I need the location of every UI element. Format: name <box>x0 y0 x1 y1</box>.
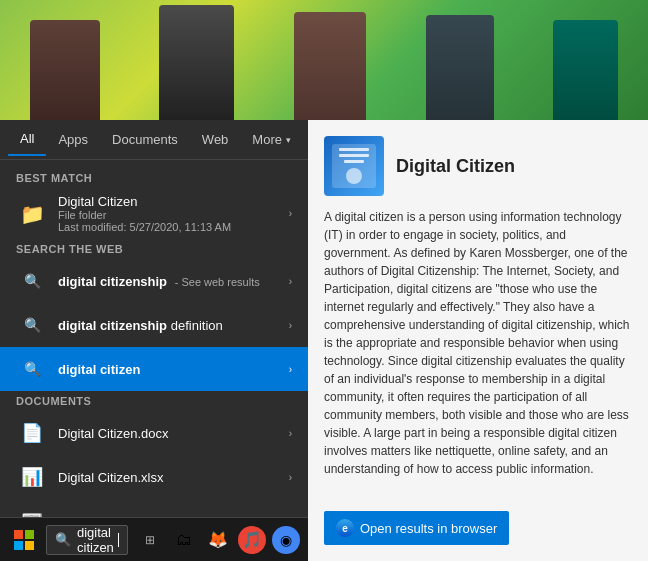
taskbar-icon-chrome[interactable]: ◉ <box>272 526 300 554</box>
tab-documents[interactable]: Documents <box>100 124 190 155</box>
web-result-3[interactable]: 🔍 digital citizen › <box>0 347 308 391</box>
arrow-icon-best: › <box>289 208 292 219</box>
panel-title: Digital Citizen <box>396 156 515 177</box>
best-match-title: Digital Citizen <box>58 194 285 209</box>
arrow-icon-doc1: › <box>289 428 292 439</box>
doc-result-3-title: Digital Citizen.pub <box>58 514 285 518</box>
arrow-icon-doc2: › <box>289 472 292 483</box>
search-panel: All Apps Documents Web More ▾ 👤 ··· Best… <box>0 120 308 561</box>
best-match-type: File folder <box>58 209 285 221</box>
result-detail-panel: Digital Citizen A digital citizen is a p… <box>308 120 648 561</box>
win-square-1 <box>14 530 23 539</box>
doc-result-2-title: Digital Citizen.xlsx <box>58 470 285 485</box>
doc-result-1[interactable]: 📄 Digital Citizen.docx › <box>0 411 308 455</box>
win-square-4 <box>25 541 34 550</box>
open-browser-label: Open results in browser <box>360 521 497 536</box>
doc-result-3-text: Digital Citizen.pub <box>58 514 285 518</box>
search-icon-1: 🔍 <box>16 265 48 297</box>
doc-result-3[interactable]: 📰 Digital Citizen.pub › <box>0 499 308 517</box>
hero-figure-1 <box>30 20 100 120</box>
search-web-label: Search the web <box>0 239 308 259</box>
arrow-icon-web2: › <box>289 320 292 331</box>
folder-icon: 📁 <box>16 198 48 230</box>
web-result-1-text: digital citizenship - See web results <box>58 274 285 289</box>
search-icon-3: 🔍 <box>16 353 48 385</box>
doc-result-1-text: Digital Citizen.docx <box>58 426 285 441</box>
panel-description: A digital citizen is a person using info… <box>324 208 632 501</box>
taskbar-icon-taskview[interactable]: ⊞ <box>136 526 164 554</box>
taskbar-icon-firefox[interactable]: 🦊 <box>204 526 232 554</box>
hero-figure-4 <box>426 15 494 120</box>
hero-figure-3 <box>294 12 366 120</box>
icon-line-1 <box>339 148 369 151</box>
doc-result-2-text: Digital Citizen.xlsx <box>58 470 285 485</box>
win-square-3 <box>14 541 23 550</box>
tab-web[interactable]: Web <box>190 124 241 155</box>
web-result-3-title: digital citizen <box>58 362 285 377</box>
text-cursor <box>118 533 119 547</box>
hero-banner <box>0 0 648 120</box>
icon-figure <box>346 168 362 184</box>
documents-label: Documents <box>0 391 308 411</box>
doc-result-1-title: Digital Citizen.docx <box>58 426 285 441</box>
search-icon-input: 🔍 <box>55 532 71 547</box>
edge-browser-icon: e <box>336 519 354 537</box>
see-web-label-1: - See web results <box>175 276 260 288</box>
pub-icon: 📰 <box>16 505 48 517</box>
web-result-3-text: digital citizen <box>58 362 285 377</box>
best-match-modified: Last modified: 5/27/2020, 11:13 AM <box>58 221 285 233</box>
search-input-value[interactable]: digital citizen <box>77 525 117 555</box>
hero-figure-2 <box>159 5 234 120</box>
doc-result-2[interactable]: 📊 Digital Citizen.xlsx › <box>0 455 308 499</box>
best-match-label: Best match <box>0 168 308 188</box>
xlsx-icon: 📊 <box>16 461 48 493</box>
search-bar: 🔍 digital citizen ⊞ 🗂 🦊 🎵 ◉ <box>0 517 308 561</box>
chevron-down-icon: ▾ <box>286 135 291 145</box>
windows-start-button[interactable] <box>8 524 40 556</box>
panel-app-icon <box>324 136 384 196</box>
arrow-icon-web1: › <box>289 276 292 287</box>
docx-icon: 📄 <box>16 417 48 449</box>
panel-icon-inner <box>332 144 376 188</box>
tab-apps[interactable]: Apps <box>46 124 100 155</box>
icon-line-3 <box>344 160 364 163</box>
panel-header: Digital Citizen <box>324 136 632 196</box>
hero-figures <box>0 0 648 120</box>
web-result-2-title: digital citizenship definition <box>58 318 285 333</box>
tab-all[interactable]: All <box>8 123 46 156</box>
arrow-icon-doc3: › <box>289 516 292 518</box>
web-result-2-text: digital citizenship definition <box>58 318 285 333</box>
web-result-1-title: digital citizenship - See web results <box>58 274 285 289</box>
arrow-icon-web3: › <box>289 364 292 375</box>
windows-logo <box>14 530 34 550</box>
web-result-1[interactable]: 🔍 digital citizenship - See web results … <box>0 259 308 303</box>
tab-more[interactable]: More ▾ <box>240 124 303 155</box>
search-results: Best match 📁 Digital Citizen File folder… <box>0 160 308 517</box>
best-match-text: Digital Citizen File folder Last modifie… <box>58 194 285 233</box>
open-results-browser-button[interactable]: e Open results in browser <box>324 511 509 545</box>
search-tabs: All Apps Documents Web More ▾ 👤 ··· <box>0 120 308 160</box>
taskbar-icon-files[interactable]: 🗂 <box>170 526 198 554</box>
best-match-item[interactable]: 📁 Digital Citizen File folder Last modif… <box>0 188 308 239</box>
icon-line-2 <box>339 154 369 157</box>
taskbar-icon-music[interactable]: 🎵 <box>238 526 266 554</box>
search-icon-2: 🔍 <box>16 309 48 341</box>
win-square-2 <box>25 530 34 539</box>
web-result-2[interactable]: 🔍 digital citizenship definition › <box>0 303 308 347</box>
hero-figure-5 <box>553 20 618 120</box>
search-input-container[interactable]: 🔍 digital citizen <box>46 525 128 555</box>
taskbar-right: ⊞ 🗂 🦊 🎵 ◉ <box>136 526 300 554</box>
